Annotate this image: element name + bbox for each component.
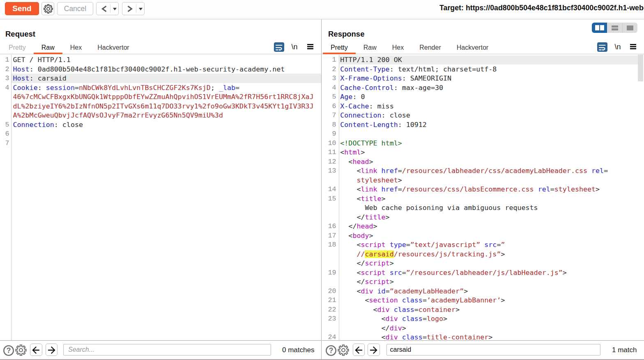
svg-text:?: ?	[7, 346, 11, 355]
svg-text:?: ?	[329, 346, 334, 355]
